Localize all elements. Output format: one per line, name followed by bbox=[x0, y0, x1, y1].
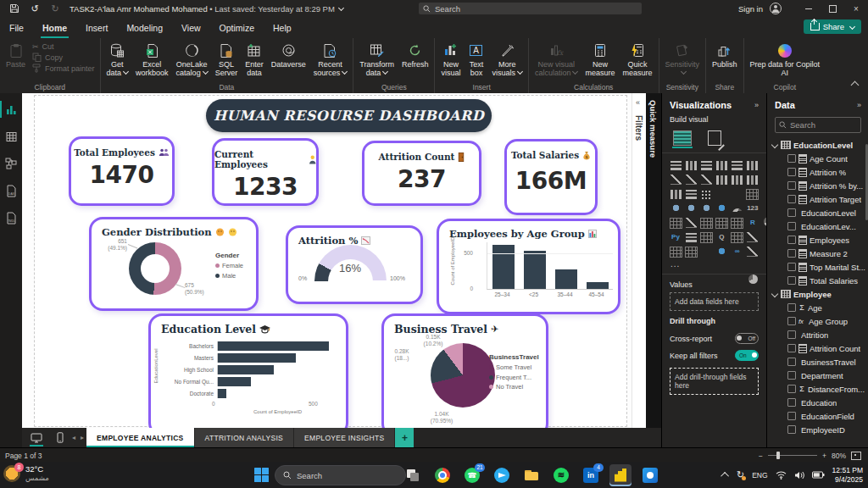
mobile-layout-button[interactable] bbox=[51, 430, 70, 446]
expand-chevron-icon[interactable] bbox=[771, 291, 778, 297]
minimize-button[interactable] bbox=[797, 0, 821, 17]
share-button[interactable]: Share bbox=[804, 19, 861, 34]
battery-icon[interactable] bbox=[812, 471, 825, 479]
field-row[interactable]: Top Marital St... bbox=[772, 260, 868, 274]
quick-measure-pane[interactable]: Quick measure bbox=[646, 93, 661, 447]
field-checkbox[interactable] bbox=[787, 303, 796, 312]
stacked-area-chart-icon[interactable] bbox=[699, 174, 713, 186]
education-bar[interactable] bbox=[218, 389, 226, 398]
education-bar[interactable] bbox=[218, 377, 251, 386]
multi-row-card-icon[interactable] bbox=[669, 217, 682, 229]
previous-page-arrow[interactable]: ◂ bbox=[70, 434, 78, 441]
new-visual-button[interactable]: New visual bbox=[437, 41, 464, 82]
field-row[interactable]: Total Salaries bbox=[772, 274, 868, 287]
start-button[interactable] bbox=[254, 468, 269, 482]
field-checkbox[interactable] bbox=[787, 425, 796, 434]
key-influencers-icon[interactable] bbox=[684, 231, 698, 243]
field-checkbox[interactable] bbox=[787, 317, 796, 325]
photos-icon[interactable] bbox=[639, 464, 661, 486]
field-checkbox[interactable] bbox=[787, 195, 796, 203]
gender-distribution-card[interactable]: Gender Distribution 651(50.9%)(49.1%) 67… bbox=[89, 217, 259, 311]
zoom-out-button[interactable]: − bbox=[759, 452, 763, 460]
close-button[interactable]: × bbox=[844, 0, 868, 17]
account-avatar[interactable] bbox=[770, 3, 782, 14]
legend-item[interactable]: Female bbox=[215, 262, 243, 269]
gender-donut-chart[interactable] bbox=[129, 242, 181, 295]
new-page-button[interactable]: + bbox=[395, 428, 414, 447]
new-measure-button[interactable]: New measure bbox=[581, 41, 618, 82]
menu-help[interactable]: Help bbox=[264, 19, 301, 37]
taskbar-search-input[interactable]: Search bbox=[275, 465, 406, 485]
page-tab-employee-analytics[interactable]: EMPLOYEE ANALYTICS bbox=[86, 428, 194, 447]
field-row[interactable]: DistanceFrom... bbox=[772, 382, 868, 396]
100-stacked-bar-chart-icon[interactable] bbox=[731, 159, 744, 171]
more-visual-types-button[interactable]: ... bbox=[662, 259, 766, 269]
zoom-slider[interactable] bbox=[768, 455, 817, 456]
expand-chevron-icon[interactable] bbox=[771, 141, 778, 148]
field-row[interactable]: Attrition % by... bbox=[772, 179, 868, 192]
table-view-button[interactable] bbox=[0, 129, 22, 144]
legend-item[interactable]: Some Travel bbox=[489, 363, 539, 371]
page-tab-employee-insights[interactable]: EMPLOYEE INSIGHTS bbox=[294, 428, 394, 447]
age-bar[interactable] bbox=[524, 251, 546, 289]
scatter-chart-icon[interactable] bbox=[699, 188, 713, 200]
field-row[interactable]: Age bbox=[772, 301, 868, 314]
new-visual-calculation-button[interactable]: fx New visual calculation bbox=[531, 41, 581, 82]
kpi-total-salaries[interactable]: Total Salaries $ 166M bbox=[504, 139, 598, 215]
field-checkbox[interactable] bbox=[787, 344, 796, 352]
onelake-catalog-button[interactable]: OneLake catalog bbox=[173, 41, 211, 82]
legend-item[interactable]: Frequent T... bbox=[489, 374, 539, 381]
file-explorer-icon[interactable] bbox=[520, 464, 542, 486]
field-checkbox[interactable] bbox=[787, 208, 796, 217]
age-group-chart-card[interactable]: Employees by Age Group Count of Employee… bbox=[437, 219, 620, 314]
wifi-icon[interactable] bbox=[776, 471, 787, 480]
menu-optimize[interactable]: Optimize bbox=[210, 19, 264, 37]
kpi-attrition-count[interactable]: Attrition Count 237 bbox=[362, 141, 481, 206]
sensitivity-button[interactable]: Sensitivity bbox=[662, 41, 704, 82]
table-icon[interactable] bbox=[715, 217, 728, 229]
field-checkbox[interactable] bbox=[787, 154, 796, 163]
sql-server-button[interactable]: SQL Server bbox=[212, 41, 242, 82]
more-visuals-button[interactable]: More visuals bbox=[488, 41, 526, 82]
menu-home[interactable]: Home bbox=[33, 19, 76, 37]
line-stacked-column-chart-icon[interactable] bbox=[715, 174, 728, 186]
paste-button[interactable]: Paste bbox=[3, 41, 29, 82]
field-row[interactable]: Employee bbox=[772, 287, 868, 301]
refresh-button[interactable]: Refresh bbox=[398, 41, 432, 82]
quick-measure-button[interactable]: Quick measure bbox=[619, 41, 655, 82]
business-travel-pie-chart[interactable] bbox=[431, 343, 495, 408]
field-checkbox[interactable] bbox=[787, 385, 796, 393]
field-checkbox[interactable] bbox=[787, 330, 796, 339]
power-apps-icon[interactable] bbox=[699, 246, 713, 258]
azure-map-icon[interactable] bbox=[715, 202, 728, 214]
education-bar[interactable] bbox=[218, 365, 274, 374]
field-checkbox[interactable] bbox=[787, 358, 796, 366]
ribbon-chart-icon[interactable] bbox=[746, 174, 760, 186]
fields-search-input[interactable]: Search bbox=[775, 117, 861, 133]
field-row[interactable]: Age Count bbox=[772, 152, 868, 165]
more-visual-icon[interactable] bbox=[746, 246, 760, 258]
100-stacked-column-chart-icon[interactable] bbox=[746, 159, 760, 171]
hidden-icons-chevron-icon[interactable] bbox=[721, 472, 729, 480]
filled-map-icon[interactable] bbox=[684, 202, 698, 214]
pie-chart-icon[interactable] bbox=[715, 188, 728, 200]
field-checkbox[interactable] bbox=[787, 249, 796, 258]
weather-widget[interactable]: 8 32°C مشمس bbox=[3, 464, 49, 482]
menu-view[interactable]: View bbox=[172, 19, 210, 37]
field-row[interactable]: Attrition Count bbox=[772, 341, 868, 355]
waterfall-chart-icon[interactable] bbox=[669, 188, 682, 200]
field-row[interactable]: Department bbox=[772, 369, 868, 382]
funnel-chart-icon[interactable] bbox=[684, 188, 698, 200]
transform-data-button[interactable]: Transform data bbox=[356, 41, 398, 82]
filters-pane-collapsed[interactable]: « Filters bbox=[632, 93, 647, 428]
spotify-icon[interactable] bbox=[550, 464, 572, 486]
field-row[interactable]: Attrition % bbox=[772, 165, 868, 179]
treemap-icon[interactable] bbox=[746, 188, 760, 200]
zoom-in-button[interactable]: + bbox=[822, 452, 826, 460]
attrition-gauge-card[interactable]: Attrition % 16% 0% 100% bbox=[286, 225, 423, 304]
dataverse-button[interactable]: Dataverse bbox=[268, 41, 309, 82]
age-bar[interactable] bbox=[555, 269, 577, 289]
next-page-arrow[interactable]: ▸ bbox=[78, 434, 86, 441]
whatsapp-icon[interactable]: 21 bbox=[461, 464, 483, 486]
field-row[interactable]: Age Group bbox=[772, 314, 868, 328]
